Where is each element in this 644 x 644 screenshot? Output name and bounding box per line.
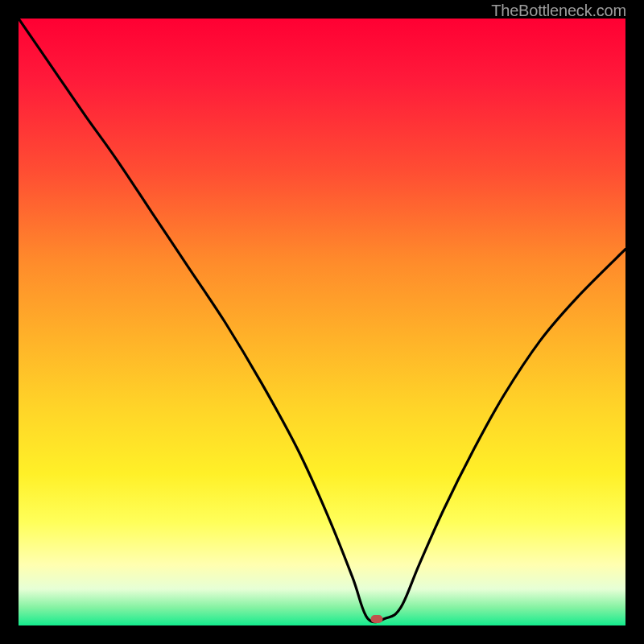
optimal-point-marker [370, 615, 382, 623]
bottleneck-curve [19, 19, 625, 625]
plot-area [19, 19, 625, 625]
watermark-text: TheBottleneck.com [491, 2, 626, 20]
chart-frame: TheBottleneck.com [0, 0, 644, 644]
